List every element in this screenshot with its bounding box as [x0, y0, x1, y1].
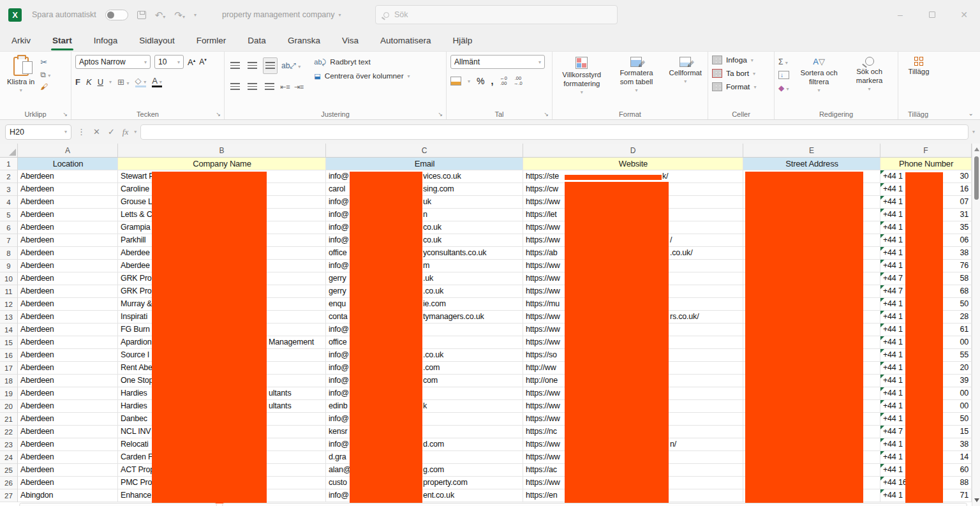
delete-cells-button[interactable]: Ta bort▾	[712, 69, 771, 78]
merge-center-button[interactable]: ⬓ Centrera över kolumner▾	[314, 71, 410, 80]
row-header-27[interactable]: 27	[0, 489, 18, 502]
undo-icon[interactable]: ↶▾	[155, 10, 166, 20]
column-header-C[interactable]: C	[326, 144, 523, 157]
align-top-icon[interactable]	[228, 58, 242, 73]
document-title[interactable]: property management company▾	[222, 10, 341, 19]
cell-A17[interactable]: Aberdeen	[18, 362, 118, 375]
row-header-16[interactable]: 16	[0, 349, 18, 362]
cell-F1[interactable]: Phone Number	[880, 158, 972, 170]
accounting-format-icon[interactable]	[450, 77, 461, 86]
align-left-icon[interactable]	[228, 79, 242, 94]
clear-icon[interactable]: ◆ ▾	[778, 84, 789, 93]
autosum-icon[interactable]: Σ ▾	[778, 57, 789, 66]
column-header-B[interactable]: B	[118, 144, 326, 157]
cell-A23[interactable]: Aberdeen	[18, 438, 118, 451]
confirm-entry-icon[interactable]: ✓	[106, 127, 117, 137]
cell-A4[interactable]: Aberdeen	[18, 196, 118, 209]
format-cells-button[interactable]: Format▾	[712, 82, 771, 91]
underline-button[interactable]: U	[98, 77, 103, 87]
cell-A5[interactable]: Aberdeen	[18, 209, 118, 221]
format-painter-icon[interactable]: 🖌	[40, 82, 50, 91]
namebox-splitter[interactable]: ⋮	[75, 127, 87, 137]
cell-A2[interactable]: Aberdeen	[18, 170, 118, 183]
orientation-icon[interactable]: ab⤢ ▾	[281, 61, 301, 70]
row-header-22[interactable]: 22	[0, 426, 18, 438]
row-header-1[interactable]: 1	[0, 158, 18, 170]
font-name-select[interactable]: Aptos Narrow▾	[75, 55, 151, 69]
sort-filter-button[interactable]: A▽ Sortera och filtrera▾	[794, 55, 844, 108]
cell-A21[interactable]: Aberdeen	[18, 413, 118, 426]
row-header-15[interactable]: 15	[0, 336, 18, 349]
row-header-3[interactable]: 3	[0, 183, 18, 196]
formula-input[interactable]	[140, 124, 969, 140]
cell-A7[interactable]: Aberdeen	[18, 234, 118, 247]
addins-button[interactable]: Tillägg	[905, 55, 933, 108]
tab-data[interactable]: Data	[246, 32, 267, 49]
row-header-23[interactable]: 23	[0, 438, 18, 451]
collapse-ribbon-icon[interactable]: ⌄	[969, 110, 974, 117]
row-header-7[interactable]: 7	[0, 234, 18, 247]
tab-infoga[interactable]: Infoga	[93, 32, 119, 49]
bold-button[interactable]: F	[75, 77, 80, 87]
row-header-19[interactable]: 19	[0, 387, 18, 400]
fill-color-icon[interactable]: ◇ ▾	[135, 76, 147, 87]
row-header-4[interactable]: 4	[0, 196, 18, 209]
redo-icon[interactable]: ↷▾	[174, 10, 185, 20]
decrease-decimal-icon[interactable]: .00→.0	[514, 76, 523, 87]
qat-customize-icon[interactable]: ▾	[194, 12, 197, 18]
paste-button[interactable]: Klistra in▾	[4, 55, 38, 108]
cell-B1[interactable]: Company Name	[118, 158, 326, 170]
cell-A22[interactable]: Aberdeen	[18, 426, 118, 438]
cell-A18[interactable]: Aberdeen	[18, 375, 118, 387]
copy-icon[interactable]: ⧉ ▾	[40, 70, 50, 79]
cell-A13[interactable]: Aberdeen	[18, 311, 118, 324]
name-box[interactable]: H20▾	[5, 124, 71, 140]
cell-C1[interactable]: Email	[326, 158, 523, 170]
cell-A20[interactable]: Aberdeen	[18, 400, 118, 413]
close-button[interactable]: ✕	[948, 0, 980, 29]
autosave-toggle[interactable]	[105, 10, 128, 20]
column-header-A[interactable]: A	[18, 144, 118, 157]
number-dialog-launcher[interactable]: ↘	[544, 111, 549, 117]
find-select-button[interactable]: Sök och markera▾	[849, 55, 890, 108]
row-header-6[interactable]: 6	[0, 221, 18, 234]
row-header-20[interactable]: 20	[0, 400, 18, 413]
vertical-scroll-thumb[interactable]	[974, 156, 979, 200]
shrink-font-icon[interactable]: A▾	[199, 57, 207, 66]
save-icon[interactable]	[137, 11, 146, 19]
align-bottom-icon[interactable]	[263, 57, 278, 74]
alignment-dialog-launcher[interactable]: ↘	[438, 111, 443, 117]
conditional-formatting-button[interactable]: Villkorsstyrd formatering▾	[556, 55, 607, 108]
horizontal-scrollbar-left[interactable]	[19, 503, 217, 506]
row-header-17[interactable]: 17	[0, 362, 18, 375]
row-header-25[interactable]: 25	[0, 464, 18, 477]
comma-style-icon[interactable]: ,	[491, 76, 493, 86]
row-header-21[interactable]: 21	[0, 413, 18, 426]
font-size-select[interactable]: 10▾	[154, 55, 184, 69]
font-dialog-launcher[interactable]: ↘	[216, 111, 221, 117]
insert-function-icon[interactable]: fx	[121, 127, 130, 137]
cell-A16[interactable]: Aberdeen	[18, 349, 118, 362]
cell-A11[interactable]: Aberdeen	[18, 285, 118, 298]
row-header-13[interactable]: 13	[0, 311, 18, 324]
increase-decimal-icon[interactable]: ←0.00	[500, 76, 507, 87]
row-header-10[interactable]: 10	[0, 272, 18, 285]
scroll-up-icon[interactable]	[974, 147, 979, 151]
cell-D1[interactable]: Website	[523, 158, 743, 170]
search-input[interactable]: Sök	[375, 5, 618, 24]
grow-font-icon[interactable]: A▴	[188, 57, 195, 67]
vertical-scrollbar[interactable]	[972, 144, 980, 506]
decrease-indent-icon[interactable]: ⇤≡	[280, 83, 290, 91]
column-header-E[interactable]: E	[743, 144, 880, 157]
row-header-12[interactable]: 12	[0, 298, 18, 311]
fill-icon[interactable]: ↓	[778, 71, 789, 79]
align-middle-icon[interactable]	[246, 58, 259, 73]
cell-A12[interactable]: Aberdeen	[18, 298, 118, 311]
minimize-button[interactable]: –	[884, 0, 916, 29]
cell-A10[interactable]: Aberdeen	[18, 272, 118, 285]
align-center-icon[interactable]	[246, 79, 259, 94]
cell-A8[interactable]: Aberdeen	[18, 247, 118, 260]
row-header-2[interactable]: 2	[0, 170, 18, 183]
tab-start[interactable]: Start	[51, 32, 73, 49]
cell-A24[interactable]: Aberdeen	[18, 451, 118, 464]
